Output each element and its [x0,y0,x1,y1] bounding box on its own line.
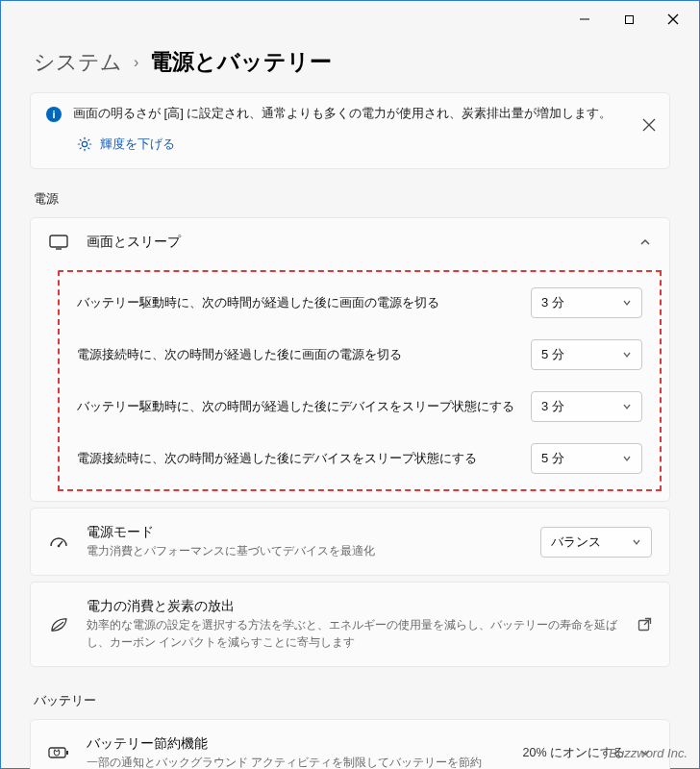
close-button[interactable] [651,4,695,35]
screen-sleep-title: 画面とスリープ [87,234,638,251]
energy-sub: 効率的な電源の設定を選択する方法を学ぶと、エネルギーの使用量を減らし、バッテリー… [87,617,638,651]
sleep-battery-select[interactable]: 3 分 [531,391,642,422]
setting-label: 電源接続時に、次の時間が経過した後に画面の電源を切る [77,346,531,363]
svg-line-9 [80,139,81,140]
svg-line-12 [88,139,89,140]
notice-action-label: 輝度を下げる [100,136,175,153]
energy-card: 電力の消費と炭素の放出 効率的な電源の設定を選択する方法を学ぶと、エネルギーの使… [30,582,670,667]
content-area: システム › 電源とバッテリー i 画面の明るさが [高] に設定され、通常より… [1,47,699,769]
screen-icon [48,235,69,250]
svg-point-18 [58,544,61,547]
screen-sleep-header[interactable]: 画面とスリープ [31,218,669,266]
setting-label: バッテリー駆動時に、次の時間が経過した後に画面の電源を切る [77,294,531,311]
setting-row: バッテリー駆動時に、次の時間が経過した後にデバイスをスリープ状態にする 3 分 [77,391,642,422]
screen-off-battery-select[interactable]: 3 分 [531,287,642,318]
battery-saver-icon [48,746,69,759]
breadcrumb-parent[interactable]: システム [34,48,122,77]
chevron-down-icon [622,350,632,360]
setting-row: 電源接続時に、次の時間が経過した後にデバイスをスリープ状態にする 5 分 [77,443,642,474]
chevron-down-icon [622,402,632,411]
power-mode-card: 電源モード 電力消費とパフォーマンスに基づいてデバイスを最適化 バランス [30,508,670,576]
open-external-icon [638,617,652,632]
screen-sleep-card: 画面とスリープ バッテリー駆動時に、次の時間が経過した後に画面の電源を切る 3 … [30,217,670,502]
minimize-icon [579,13,590,25]
svg-rect-1 [625,15,633,23]
chevron-right-icon: › [134,54,138,71]
battery-section-title: バッテリー [34,692,670,709]
power-mode-header[interactable]: 電源モード 電力消費とパフォーマンスに基づいてデバイスを最適化 バランス [31,509,669,575]
screen-off-plugged-select[interactable]: 5 分 [531,339,642,370]
power-mode-sub: 電力消費とパフォーマンスに基づいてデバイスを最適化 [87,543,540,559]
svg-line-10 [88,148,89,149]
minimize-button[interactable] [562,4,607,35]
power-section-title: 電源 [34,190,670,208]
battery-saver-card: バッテリー節約機能 一部の通知とバックグラウンド アクティビティを制限してバッテ… [30,719,670,769]
brightness-icon [77,136,92,152]
power-mode-select[interactable]: バランス [540,527,652,558]
brightness-notice-card: i 画面の明るさが [高] に設定され、通常よりも多くの電力が使用され、炭素排出… [30,92,670,169]
setting-row: バッテリー駆動時に、次の時間が経過した後に画面の電源を切る 3 分 [77,287,642,318]
sleep-plugged-select[interactable]: 5 分 [531,443,642,474]
battery-saver-title: バッテリー節約機能 [87,735,523,753]
setting-label: バッテリー駆動時に、次の時間が経過した後にデバイスをスリープ状態にする [77,398,531,415]
close-icon [642,118,656,132]
energy-title: 電力の消費と炭素の放出 [87,598,638,615]
chevron-down-icon [622,454,632,463]
notice-text: 画面の明るさが [高] に設定され、通常よりも多くの電力が使用され、炭素排出量が… [73,105,612,122]
maximize-icon [624,14,635,25]
svg-point-4 [82,141,87,146]
setting-row: 電源接続時に、次の時間が経過した後に画面の電源を切る 5 分 [77,339,642,370]
svg-rect-15 [50,236,67,247]
battery-saver-sub: 一部の通知とバックグラウンド アクティビティを制限してバッテリーを節約 [87,755,523,769]
lower-brightness-link[interactable]: 輝度を下げる [77,136,654,153]
screen-sleep-settings: バッテリー駆動時に、次の時間が経過した後に画面の電源を切る 3 分 電源接続時に… [58,270,662,491]
power-mode-title: 電源モード [87,524,540,541]
power-mode-icon [48,534,69,550]
select-value: 3 分 [541,398,564,415]
info-icon: i [46,107,62,122]
chevron-down-icon [632,537,641,547]
setting-label: 電源接続時に、次の時間が経過した後にデバイスをスリープ状態にする [77,450,531,467]
notice-row: i 画面の明るさが [高] に設定され、通常よりも多くの電力が使用され、炭素排出… [46,105,654,122]
battery-saver-header[interactable]: バッテリー節約機能 一部の通知とバックグラウンド アクティビティを制限してバッテ… [31,720,669,769]
leaf-icon [48,616,69,633]
select-value: 3 分 [541,294,564,311]
select-value: 5 分 [541,450,564,467]
dismiss-notice-button[interactable] [642,118,656,132]
energy-header[interactable]: 電力の消費と炭素の放出 効率的な電源の設定を選択する方法を学ぶと、エネルギーの使… [31,583,669,666]
titlebar [1,1,699,37]
settings-window: システム › 電源とバッテリー i 画面の明るさが [高] に設定され、通常より… [0,0,700,769]
watermark: Buzzword Inc. [609,746,688,760]
svg-line-11 [80,148,81,149]
svg-rect-22 [66,751,68,755]
page-title: 電源とバッテリー [150,47,332,77]
close-icon [667,13,679,25]
breadcrumb: システム › 電源とバッテリー [34,47,670,77]
chevron-down-icon [622,298,632,308]
select-value: バランス [551,533,601,551]
maximize-button[interactable] [607,4,651,35]
chevron-up-icon [638,236,652,249]
select-value: 5 分 [541,346,564,363]
